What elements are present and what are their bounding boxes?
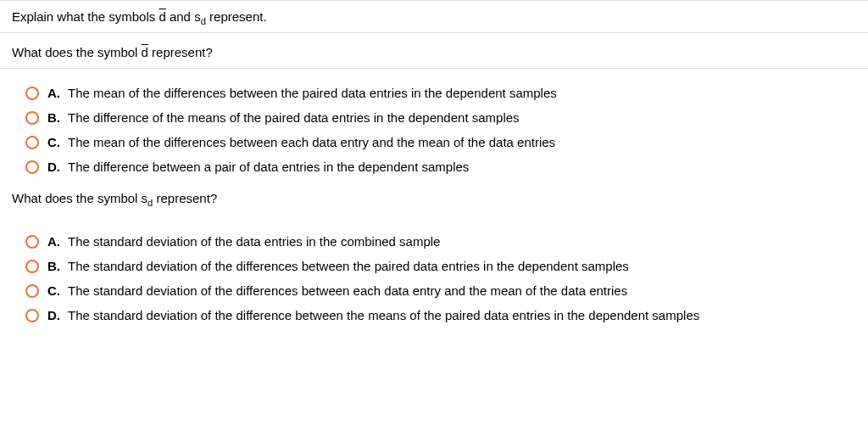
option-content: A. The standard deviation of the data en… xyxy=(47,234,440,249)
part1-question-post: represent? xyxy=(148,45,213,59)
radio-button[interactable] xyxy=(25,87,39,100)
option-label: D. xyxy=(47,160,63,174)
symbol-d-bar: d xyxy=(159,9,165,24)
option-text: The standard deviation of the difference… xyxy=(68,259,629,273)
part2-question-post: represent? xyxy=(153,191,217,205)
option-label: A. xyxy=(47,86,63,100)
option-row[interactable]: C. The mean of the differences between e… xyxy=(12,130,856,154)
option-text: The difference of the means of the paire… xyxy=(68,110,520,125)
prompt-text-pre: Explain what the symbols xyxy=(12,9,159,24)
option-text: The difference between a pair of data en… xyxy=(68,160,469,174)
part2-options: A. The standard deviation of the data en… xyxy=(0,217,868,339)
radio-button[interactable] xyxy=(25,309,39,322)
option-label: B. xyxy=(47,259,63,273)
option-content: C. The mean of the differences between e… xyxy=(47,135,555,149)
option-row[interactable]: D. The standard deviation of the differe… xyxy=(12,303,856,328)
radio-button[interactable] xyxy=(25,284,39,298)
option-content: B. The difference of the means of the pa… xyxy=(47,110,520,125)
option-content: A. The mean of the differences between t… xyxy=(47,86,557,100)
option-text: The mean of the differences between each… xyxy=(68,135,555,149)
option-content: D. The standard deviation of the differe… xyxy=(47,308,699,322)
option-row[interactable]: D. The difference between a pair of data… xyxy=(12,154,856,179)
option-label: C. xyxy=(47,283,63,298)
question-container: Explain what the symbols d and sd repres… xyxy=(0,0,868,339)
option-label: C. xyxy=(47,135,63,149)
prompt-text-mid: and s xyxy=(166,9,201,24)
part1-options: A. The mean of the differences between t… xyxy=(0,69,868,191)
option-content: D. The difference between a pair of data… xyxy=(47,160,469,174)
prompt-text-post: represent. xyxy=(206,9,267,24)
symbol-d-bar: d xyxy=(142,45,148,59)
option-text: The standard deviation of the difference… xyxy=(68,283,627,298)
radio-button[interactable] xyxy=(25,136,39,149)
option-row[interactable]: A. The mean of the differences between t… xyxy=(12,81,856,105)
option-label: D. xyxy=(47,308,63,322)
option-text: The standard deviation of the data entri… xyxy=(68,234,440,249)
radio-button[interactable] xyxy=(25,160,39,174)
option-row[interactable]: B. The difference of the means of the pa… xyxy=(12,105,856,130)
part1-question-pre: What does the symbol xyxy=(12,45,142,59)
option-row[interactable]: A. The standard deviation of the data en… xyxy=(12,229,856,254)
radio-button[interactable] xyxy=(25,260,39,273)
option-content: C. The standard deviation of the differe… xyxy=(47,283,627,298)
option-label: B. xyxy=(47,110,63,125)
radio-button[interactable] xyxy=(25,111,39,125)
option-content: B. The standard deviation of the differe… xyxy=(47,259,629,273)
option-row[interactable]: B. The standard deviation of the differe… xyxy=(12,254,856,278)
part1-question: What does the symbol d represent? xyxy=(0,33,868,69)
option-label: A. xyxy=(47,234,63,249)
part2-question: What does the symbol sd represent? xyxy=(0,191,868,217)
question-prompt: Explain what the symbols d and sd repres… xyxy=(0,0,868,33)
option-text: The mean of the differences between the … xyxy=(68,86,557,100)
part2-question-pre: What does the symbol s xyxy=(12,191,147,205)
option-row[interactable]: C. The standard deviation of the differe… xyxy=(12,278,856,303)
radio-button[interactable] xyxy=(25,235,39,249)
option-text: The standard deviation of the difference… xyxy=(68,308,699,322)
